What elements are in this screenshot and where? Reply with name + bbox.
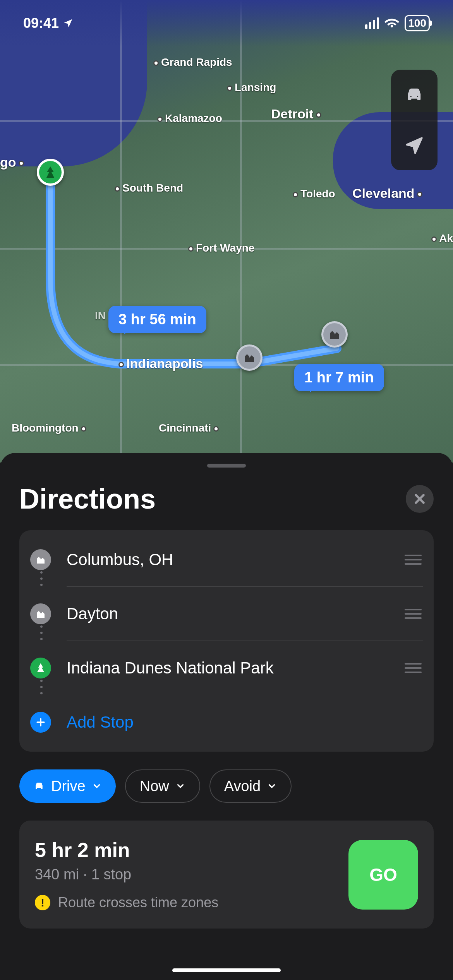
chevron-down-icon <box>175 781 185 791</box>
transport-mode-chip[interactable]: Drive <box>19 769 116 803</box>
status-time: 09:41 <box>23 15 59 31</box>
stops-list: Columbus, OH Dayton Indiana Dunes Nation… <box>19 530 434 752</box>
locate-me-button[interactable] <box>391 120 438 170</box>
sheet-grabber[interactable] <box>207 464 246 468</box>
destination-pin[interactable] <box>37 159 64 186</box>
map-label-indianapolis: Indianapolis <box>116 356 203 371</box>
go-button[interactable]: GO <box>348 840 418 910</box>
avoid-options-chip[interactable]: Avoid <box>209 769 292 803</box>
city-icon <box>30 603 51 624</box>
transport-mode-button[interactable] <box>391 70 438 120</box>
map-canvas[interactable]: Grand Rapids Lansing Kalamazoo Detroit S… <box>0 0 453 463</box>
depart-time-chip[interactable]: Now <box>125 769 200 803</box>
close-icon <box>413 492 426 505</box>
map-label-south-bend: South Bend <box>112 182 183 194</box>
map-label-cincinnati: Cincinnati <box>159 422 221 434</box>
add-icon <box>30 712 51 733</box>
wifi-icon <box>384 15 399 31</box>
stop-label: Indiana Dunes National Park <box>67 659 403 677</box>
battery-indicator: 100 <box>405 15 430 31</box>
route-distance-stops: 340 mi · 1 stop <box>35 866 337 883</box>
stop-label: Columbus, OH <box>67 550 403 569</box>
map-label-cleveland: Cleveland <box>352 186 425 201</box>
map-label-lansing: Lansing <box>225 81 276 94</box>
status-bar: 09:41 100 <box>0 0 453 46</box>
waypoint-pin-dayton[interactable] <box>236 344 263 371</box>
home-indicator[interactable] <box>172 968 281 972</box>
reorder-handle-icon[interactable] <box>403 663 423 673</box>
route-duration: 5 hr 2 min <box>35 838 337 862</box>
add-stop-row[interactable]: Add Stop <box>19 695 434 749</box>
route-summary-card[interactable]: 5 hr 2 min 340 mi · 1 stop ! Route cross… <box>19 821 434 929</box>
map-label-grand-rapids: Grand Rapids <box>151 56 232 69</box>
route-warning-text: Route crosses time zones <box>58 894 218 911</box>
map-label-in-edge: IN <box>95 310 106 322</box>
park-icon <box>30 658 51 678</box>
map-label-toledo: Toledo <box>290 188 335 200</box>
map-label-bloomington: Bloomington <box>12 422 89 434</box>
reorder-handle-icon[interactable] <box>403 555 423 565</box>
route-polyline <box>0 0 453 463</box>
waypoint-pin-columbus[interactable] <box>321 321 348 348</box>
city-icon <box>30 549 51 570</box>
chip-label: Now <box>140 778 169 795</box>
map-label-ak-edge: Ak <box>429 232 453 245</box>
map-label-chicago-edge: go <box>0 155 26 170</box>
add-stop-label: Add Stop <box>67 713 423 732</box>
route-time-bubble-2[interactable]: 1 hr 7 min <box>294 364 384 391</box>
map-label-detroit: Detroit <box>271 106 324 122</box>
chip-label: Avoid <box>224 778 261 795</box>
directions-sheet: Directions Columbus, OH Dayton Indiana D… <box>0 453 453 980</box>
sheet-title: Directions <box>19 483 156 515</box>
map-label-kalamazoo: Kalamazoo <box>155 112 222 125</box>
map-controls <box>391 70 438 170</box>
svg-point-1 <box>417 96 419 98</box>
chevron-down-icon <box>92 781 102 791</box>
location-services-icon <box>63 18 74 29</box>
map-label-fort-wayne: Fort Wayne <box>186 242 254 254</box>
stop-row-columbus[interactable]: Columbus, OH <box>19 533 434 587</box>
warning-icon: ! <box>35 895 50 910</box>
route-time-bubble-1[interactable]: 3 hr 56 min <box>108 306 206 333</box>
stop-row-dayton[interactable]: Dayton <box>19 587 434 641</box>
reorder-handle-icon[interactable] <box>403 609 423 619</box>
stop-label: Dayton <box>67 605 403 623</box>
stop-row-indiana-dunes[interactable]: Indiana Dunes National Park <box>19 641 434 695</box>
close-button[interactable] <box>406 485 434 513</box>
cellular-signal-icon <box>365 17 379 29</box>
car-icon <box>33 780 45 792</box>
svg-point-0 <box>410 96 412 98</box>
chevron-down-icon <box>267 781 277 791</box>
chip-label: Drive <box>51 778 86 795</box>
route-options-chips: Drive Now Avoid <box>19 769 434 803</box>
